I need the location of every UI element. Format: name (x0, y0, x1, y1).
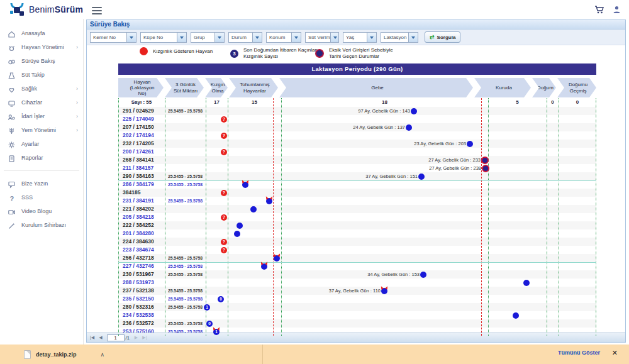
filter-select-k-pe-no[interactable]: Küpe No (140, 32, 187, 43)
filter-select-konum[interactable]: Konum (266, 32, 301, 43)
status-dot-marker[interactable] (411, 108, 417, 114)
sidebar-item-cihazlar[interactable]: Cihazlar› (0, 96, 83, 109)
filter-select-laktasyon[interactable]: Laktasyon (381, 32, 418, 43)
status-dot-marker[interactable] (406, 124, 412, 131)
chevron-down-icon[interactable] (330, 33, 338, 42)
heat-marker[interactable]: ? (221, 239, 227, 245)
page-first-button[interactable]: |◀ (90, 335, 94, 340)
animal-row[interactable]: 268 / 38414127 Ay, Gebelik Gün : 233 (118, 156, 596, 164)
animal-number[interactable]: 225 / 174049 (118, 115, 165, 123)
animal-number[interactable]: 200 / 174261 (118, 148, 165, 156)
chevron-down-icon[interactable] (291, 33, 301, 42)
downloaded-file-chip[interactable]: detay_takip.zip ∧ (0, 345, 263, 364)
animal-row[interactable]: 223 / 384674? (118, 246, 596, 254)
animal-row[interactable]: 225 / 174049? (118, 115, 596, 123)
menu-toggle-icon[interactable] (92, 5, 102, 14)
animal-number[interactable]: 288 / 531973 (118, 279, 165, 287)
inseminated-marker[interactable] (266, 198, 272, 204)
sidebar-item-hayvan-y-netimi[interactable]: Hayvan Yönetimi› (0, 40, 83, 54)
animal-row[interactable]: 221 / 384202 (118, 205, 596, 213)
heat-marker[interactable]: ? (221, 116, 227, 123)
sidebar-item-kurulum-sihirbaz-[interactable]: Kurulum Sihirbazı (0, 218, 83, 232)
animal-number[interactable]: 236 / 532572 (118, 319, 165, 328)
missed-heat-count-marker[interactable]: 1 (213, 329, 220, 335)
animal-row[interactable]: 211 / 38415727 Ay, Gebelik Gün : 238 (118, 164, 596, 172)
sidebar-item-s-r-ye-bak-[interactable]: Sürüye Bakış (0, 54, 83, 68)
animal-number[interactable]: 201 / 384280 (118, 229, 165, 238)
chevron-down-icon[interactable] (214, 33, 224, 42)
chevron-up-icon[interactable]: ∧ (101, 351, 105, 358)
animal-number[interactable]: 230 / 531967 (118, 270, 165, 279)
animal-row[interactable]: 286 / 38417925.5455 - 25.5758 (118, 180, 596, 189)
animal-row[interactable]: 237 / 53213825.5455 - 25.575837 Ay, Gebe… (118, 287, 596, 295)
animal-number[interactable]: 234 / 532538 (118, 311, 165, 319)
animal-number[interactable]: 223 / 384674 (118, 246, 165, 254)
missed-heat-count-marker[interactable]: 1 (204, 304, 210, 311)
status-dot-marker[interactable] (467, 141, 473, 147)
chevron-down-icon[interactable] (367, 33, 376, 42)
animal-number[interactable]: 268 / 384141 (118, 156, 165, 164)
app-logo[interactable]: BenimSürüm (8, 2, 83, 17)
chevron-down-icon[interactable] (126, 33, 136, 42)
user-icon[interactable] (612, 5, 621, 14)
missed-heat-count-marker[interactable]: 0 (218, 296, 224, 302)
animal-number[interactable]: 384185 (118, 189, 165, 197)
sidebar-item-s-t-takip[interactable]: Süt Takip (0, 68, 83, 82)
animal-row[interactable]: 222 / 384252 (118, 221, 596, 229)
cart-icon[interactable] (594, 5, 604, 14)
filter-select-ya-[interactable]: Yaş (343, 32, 377, 43)
animal-number[interactable]: 211 / 384157 (118, 164, 165, 172)
inseminated-marker[interactable] (261, 263, 267, 270)
animal-number[interactable]: 207 / 174150 (118, 123, 165, 131)
animal-number[interactable]: 280 / 532316 (118, 303, 165, 311)
sidebar-item-i-dari-i-ler[interactable]: İdari İşler› (0, 109, 83, 123)
animal-row[interactable]: 224 / 384630? (118, 238, 596, 246)
sidebar-item-video-blogu[interactable]: Video Blogu (0, 204, 83, 218)
sidebar-item-sss[interactable]: ?SSS (0, 190, 83, 204)
filter-select-s-t-verimi[interactable]: Süt Verimi (305, 32, 339, 43)
close-download-bar-icon[interactable]: ✕ (612, 349, 618, 357)
animal-row[interactable]: 200 / 174261? (118, 148, 596, 156)
show-all-downloads-link[interactable]: Tümünü Göster (558, 350, 600, 356)
status-dot-marker[interactable] (237, 223, 243, 229)
animal-row[interactable]: 201 / 384280 (118, 229, 596, 238)
animal-number[interactable]: 222 / 384252 (118, 221, 165, 229)
animal-number[interactable]: 290 / 384163 (118, 172, 165, 180)
inseminated-marker[interactable] (274, 255, 280, 262)
heat-marker[interactable]: ? (221, 133, 227, 139)
animal-row[interactable]: 202 / 174194? (118, 131, 596, 140)
animal-number[interactable]: 291 / 024529 (118, 107, 165, 115)
animal-number[interactable]: 224 / 384630 (118, 238, 165, 246)
animal-row[interactable]: 256 / 43271825.5455 - 25.5758 (118, 254, 596, 262)
animal-number[interactable]: 205 / 384218 (118, 213, 165, 221)
animal-row[interactable]: 280 / 53231625.5455 - 25.57581 (118, 303, 596, 311)
animal-number[interactable]: 202 / 174194 (118, 131, 165, 140)
animal-row[interactable]: 288 / 531973 (118, 279, 596, 287)
overdue-marker[interactable] (481, 157, 489, 164)
sidebar-item-sa-l-k[interactable]: Sağlık› (0, 82, 83, 96)
animal-number[interactable]: 227 / 432746 (118, 262, 165, 270)
animal-row[interactable]: 235 / 53215025.5455 - 25.57580 (118, 295, 596, 303)
heat-marker[interactable]: ? (221, 247, 227, 253)
inseminated-marker[interactable] (381, 288, 387, 294)
animal-row[interactable]: 234 / 532538 (118, 311, 596, 319)
filter-select-grup[interactable]: Grup (191, 32, 225, 43)
status-dot-marker[interactable] (513, 312, 519, 319)
heat-marker[interactable]: ? (221, 190, 227, 196)
page-number-input[interactable]: 1 (107, 334, 125, 341)
search-button[interactable]: ⇄Sorgula (425, 31, 460, 43)
chevron-down-icon[interactable] (177, 33, 186, 42)
animal-row[interactable]: 231 / 38419125.5455 - 25.5758 (118, 197, 596, 205)
status-dot-marker[interactable] (523, 280, 530, 286)
inseminated-marker[interactable] (242, 182, 248, 188)
status-dot-marker[interactable] (418, 174, 425, 180)
animal-number[interactable]: 256 / 432718 (118, 254, 165, 262)
status-dot-marker[interactable] (420, 272, 426, 278)
page-last-button[interactable]: ▶| (142, 335, 147, 340)
animal-row[interactable]: 384185? (118, 189, 596, 197)
status-dot-marker[interactable] (250, 206, 257, 212)
sidebar-item-anasayfa[interactable]: Anasayfa (0, 26, 83, 40)
status-dot-marker[interactable] (234, 231, 240, 237)
animal-row[interactable]: 232 / 17420523 Ay, Gebelik Gün : 203 (118, 140, 596, 148)
animal-number[interactable]: 231 / 384191 (118, 197, 165, 205)
